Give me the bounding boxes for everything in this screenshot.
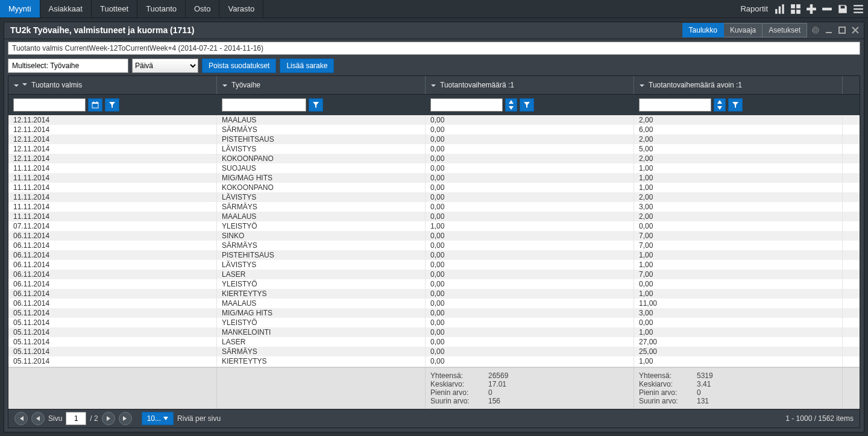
page-number-input[interactable] bbox=[66, 412, 86, 425]
table-row[interactable]: 06.11.2014KIERTEYTYS0,001,00 bbox=[8, 289, 860, 299]
table-row[interactable]: 11.11.2014MIG/MAG HITS0,001,00 bbox=[8, 173, 860, 183]
table-row[interactable]: 06.11.2014LASER0,007,00 bbox=[8, 270, 860, 279]
table-row[interactable]: 06.11.2014MAALAUS0,0011,00 bbox=[8, 299, 860, 308]
table-row[interactable]: 11.11.2014LÄVISTYS0,002,00 bbox=[8, 192, 860, 202]
table-cell: 0,00 bbox=[426, 308, 634, 318]
spinner-down-icon[interactable] bbox=[506, 105, 517, 111]
number-spinner[interactable] bbox=[714, 98, 726, 112]
table-row[interactable]: 05.11.2014KIERTEYTYS0,001,00 bbox=[8, 356, 860, 366]
close-icon[interactable] bbox=[851, 25, 860, 35]
view-tab-kuvaaja[interactable]: Kuvaaja bbox=[724, 23, 763, 37]
svg-rect-4 bbox=[796, 4, 800, 8]
filter-input-4[interactable] bbox=[639, 98, 711, 112]
table-cell: 27,00 bbox=[634, 337, 843, 347]
table-row[interactable]: 06.11.2014SINKO0,007,00 bbox=[8, 231, 860, 241]
table-row[interactable]: 06.11.2014SÄRMÄYS0,007,00 bbox=[8, 241, 860, 250]
calendar-icon[interactable] bbox=[88, 98, 102, 112]
filter-row bbox=[8, 95, 860, 115]
reports-label[interactable]: Raportit bbox=[740, 4, 768, 13]
table-row[interactable]: 05.11.2014YLEISTYÖ0,000,00 bbox=[8, 318, 860, 327]
prev-page-button[interactable] bbox=[31, 412, 45, 425]
table-cell: 2,00 bbox=[634, 192, 843, 202]
col-header-maara[interactable]: Tuotantovaihemäärä :1 bbox=[426, 76, 634, 94]
menu-icon[interactable] bbox=[852, 3, 864, 15]
table-row[interactable]: 06.11.2014LÄVISTYS0,001,00 bbox=[8, 260, 860, 270]
table-row[interactable]: 12.11.2014KOKOONPANO0,002,00 bbox=[8, 154, 860, 163]
last-page-button[interactable] bbox=[119, 412, 132, 425]
nav-varasto[interactable]: Varasto bbox=[219, 0, 263, 17]
save-icon[interactable] bbox=[837, 3, 849, 15]
spinner-up-icon[interactable] bbox=[714, 99, 725, 105]
view-tab-asetukset[interactable]: Asetukset bbox=[763, 23, 807, 37]
pager-range: 1 - 1000 / 1562 items bbox=[785, 414, 854, 423]
minus-icon[interactable] bbox=[821, 3, 833, 15]
table-row[interactable]: 12.11.2014LÄVISTYS0,005,00 bbox=[8, 144, 860, 154]
filter-input-3[interactable] bbox=[430, 98, 503, 112]
table-cell: LÄVISTYS bbox=[217, 192, 426, 202]
table-row[interactable]: 11.11.2014SUOJAUS0,001,00 bbox=[8, 163, 860, 173]
bar-chart-icon[interactable] bbox=[774, 3, 786, 15]
table-cell: 0,00 bbox=[634, 221, 843, 231]
minimize-icon[interactable] bbox=[824, 25, 834, 35]
gear-icon[interactable] bbox=[811, 25, 820, 35]
period-select[interactable]: Päivä bbox=[132, 58, 198, 73]
table-row[interactable]: 05.11.2014SÄRMÄYS0,0025,00 bbox=[8, 347, 860, 356]
filter-icon[interactable] bbox=[309, 98, 323, 112]
page-total: / 2 bbox=[90, 414, 98, 423]
nav-tuotanto[interactable]: Tuotanto bbox=[137, 0, 186, 17]
col-header-tyovaihe[interactable]: Työvaihe bbox=[217, 76, 426, 94]
table-row[interactable]: 07.11.2014YLEISTYÖ1,000,00 bbox=[8, 221, 860, 231]
table-row[interactable]: 06.11.2014YLEISTYÖ0,000,00 bbox=[8, 279, 860, 289]
spinner-up-icon[interactable] bbox=[506, 99, 517, 105]
table-row[interactable]: 11.11.2014MAALAUS0,002,00 bbox=[8, 212, 860, 221]
table-cell: 0,00 bbox=[426, 125, 634, 134]
table-cell: 05.11.2014 bbox=[8, 337, 217, 347]
top-nav-left: Myynti Asiakkaat Tuotteet Tuotanto Osto … bbox=[0, 0, 263, 17]
svg-rect-2 bbox=[782, 4, 784, 14]
nav-tuotteet[interactable]: Tuotteet bbox=[92, 0, 137, 17]
table-row[interactable]: 11.11.2014SÄRMÄYS0,003,00 bbox=[8, 202, 860, 212]
number-spinner[interactable] bbox=[505, 98, 517, 112]
summary-col-3: Yhteensä:26569 Keskiarvo:17.01 Pienin ar… bbox=[426, 368, 634, 409]
table-cell: 07.11.2014 bbox=[8, 221, 217, 231]
chevron-down-icon bbox=[430, 82, 436, 88]
filter-input-2[interactable] bbox=[222, 98, 306, 112]
grid-icon[interactable] bbox=[790, 3, 802, 15]
plus-icon[interactable] bbox=[805, 3, 817, 15]
table-row[interactable]: 06.11.2014PISTEHITSAUS0,001,00 bbox=[8, 250, 860, 260]
table-cell: MANKELOINTI bbox=[217, 327, 426, 337]
next-page-button[interactable] bbox=[102, 412, 115, 425]
table-row[interactable]: 05.11.2014MIG/MAG HITS0,003,00 bbox=[8, 308, 860, 318]
col-header-tuotanto-valmis[interactable]: Tuotanto valmis bbox=[8, 76, 217, 94]
nav-myynti[interactable]: Myynti bbox=[0, 0, 40, 17]
table-cell: 1,00 bbox=[634, 250, 843, 260]
col-header-avoin[interactable]: Tuotantovaihemäärä avoin :1 bbox=[634, 76, 843, 94]
nav-osto[interactable]: Osto bbox=[186, 0, 219, 17]
spinner-down-icon[interactable] bbox=[714, 105, 725, 111]
filter-icon[interactable] bbox=[520, 98, 534, 112]
filter-icon[interactable] bbox=[728, 98, 743, 112]
multiselect-input[interactable] bbox=[8, 58, 128, 73]
view-tab-taulukko[interactable]: Taulukko bbox=[682, 23, 724, 37]
table-cell: 1,00 bbox=[634, 260, 843, 270]
table-cell: 11.11.2014 bbox=[8, 212, 217, 221]
table-cell: KOKOONPANO bbox=[217, 183, 426, 192]
table-body[interactable]: 12.11.2014MAALAUS0,002,0012.11.2014SÄRMÄ… bbox=[8, 115, 860, 367]
clear-filters-button[interactable]: Poista suodatukset bbox=[202, 58, 276, 73]
table-row[interactable]: 12.11.2014SÄRMÄYS0,006,00 bbox=[8, 125, 860, 134]
rows-per-page-button[interactable]: 10... bbox=[142, 412, 174, 425]
maximize-icon[interactable] bbox=[837, 25, 847, 35]
filter-input-1[interactable] bbox=[13, 98, 86, 112]
svg-rect-0 bbox=[775, 9, 777, 14]
add-column-button[interactable]: Lisää sarake bbox=[280, 58, 334, 73]
filter-icon[interactable] bbox=[105, 98, 119, 112]
table-row[interactable]: 12.11.2014PISTEHITSAUS0,002,00 bbox=[8, 134, 860, 144]
table-row[interactable]: 12.11.2014MAALAUS0,002,00 bbox=[8, 115, 860, 125]
filter-descriptor[interactable]: Tuotanto valmis CurrentWeek-12ToCurrentW… bbox=[8, 42, 860, 55]
nav-asiakkaat[interactable]: Asiakkaat bbox=[40, 0, 92, 17]
table-row[interactable]: 11.11.2014KOKOONPANO0,001,00 bbox=[8, 183, 860, 192]
table-row[interactable]: 05.11.2014LASER0,0027,00 bbox=[8, 337, 860, 347]
table-cell: 1,00 bbox=[634, 183, 843, 192]
table-row[interactable]: 05.11.2014MANKELOINTI0,001,00 bbox=[8, 327, 860, 337]
first-page-button[interactable] bbox=[14, 412, 28, 425]
